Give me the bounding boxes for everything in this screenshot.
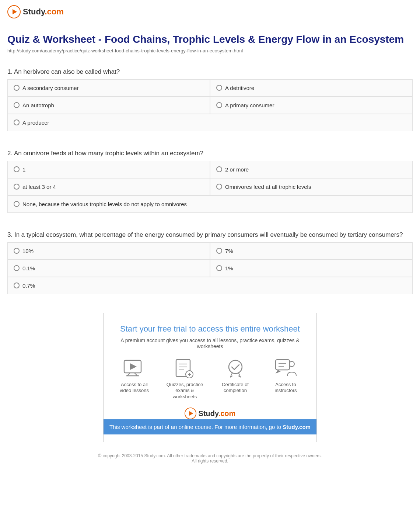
promo-subtitle: A premium account gives you access to al… xyxy=(115,337,305,349)
question-2-answers: 1 2 or more at least 3 or 4 Omnivores fe… xyxy=(7,161,413,213)
promo-box: Start your free trial to access this ent… xyxy=(103,313,317,443)
promo-studycom-logo: Study.com xyxy=(115,408,305,419)
promo-logo-icon xyxy=(185,408,196,419)
radio-q2-5[interactable] xyxy=(14,201,20,207)
answer-q3-4[interactable]: 1% xyxy=(210,260,413,277)
answer-q1-4-label: A primary consumer xyxy=(225,101,274,109)
radio-q2-3[interactable] xyxy=(14,184,20,190)
logo-text: Study.com xyxy=(23,7,64,17)
svg-point-14 xyxy=(229,360,242,374)
promo-title: Start your free trial to access this ent… xyxy=(115,324,305,334)
answer-q3-2[interactable]: 7% xyxy=(210,242,413,260)
answer-q1-2[interactable]: A detritivore xyxy=(210,79,413,97)
answer-q3-3[interactable]: 0.1% xyxy=(7,260,210,277)
header: Study.com xyxy=(7,0,413,22)
question-3-answers: 10% 7% 0.1% 1% 0.7% xyxy=(7,242,413,294)
answer-q1-1-label: A secondary consumer xyxy=(22,84,79,92)
answer-q2-5-label: None, because the various trophic levels… xyxy=(22,200,187,208)
answer-q1-2-label: A detritivore xyxy=(225,84,254,92)
question-1: 1. An herbivore can also be called what?… xyxy=(7,61,413,131)
feature-instructor: Access to instructors xyxy=(266,358,305,401)
promo-cta[interactable]: This worksheet is part of an online cour… xyxy=(104,419,316,434)
radio-q3-3[interactable] xyxy=(14,265,20,271)
feature-certificate: Certificate of completion xyxy=(216,358,255,401)
answer-q3-4-label: 1% xyxy=(225,264,233,272)
answer-q1-5[interactable]: A producer xyxy=(7,114,413,131)
radio-q3-1[interactable] xyxy=(14,248,20,254)
promo-cta-text: This worksheet is part of an online cour… xyxy=(109,424,283,430)
page-url: http://study.com/academy/practice/quiz-w… xyxy=(7,48,413,53)
radio-q2-1[interactable] xyxy=(14,166,20,172)
answer-q3-1[interactable]: 10% xyxy=(7,242,210,260)
footer-rights: All rights reserved. xyxy=(7,458,413,464)
answer-q2-1[interactable]: 1 xyxy=(7,161,210,178)
question-2: 2. An omnivore feeds at how many trophic… xyxy=(7,142,413,213)
radio-q1-4[interactable] xyxy=(216,102,222,108)
answer-q1-1[interactable]: A secondary consumer xyxy=(7,79,210,97)
radio-q1-2[interactable] xyxy=(216,85,222,91)
question-2-text: 2. An omnivore feeds at how many trophic… xyxy=(7,142,413,157)
radio-q1-5[interactable] xyxy=(14,119,20,125)
answer-q3-1-label: 10% xyxy=(22,247,34,255)
answer-q2-3-label: at least 3 or 4 xyxy=(22,183,56,191)
answer-q2-4-label: Omnivores feed at all trophic levels xyxy=(225,183,311,191)
feature-video: Access to all video lessons xyxy=(115,358,154,401)
answer-q2-2[interactable]: 2 or more xyxy=(210,161,413,178)
studycom-logo-icon xyxy=(7,5,21,18)
feature-video-label: Access to all video lessons xyxy=(115,382,154,394)
answer-q3-5-label: 0.7% xyxy=(22,282,35,290)
feature-quiz-label: Quizzes, practice exams & worksheets xyxy=(165,382,204,401)
radio-q3-2[interactable] xyxy=(216,248,222,254)
answer-q2-2-label: 2 or more xyxy=(225,166,249,173)
svg-marker-22 xyxy=(276,370,281,374)
radio-q2-2[interactable] xyxy=(216,166,222,172)
question-3-text: 3. In a typical ecosystem, what percenta… xyxy=(7,224,413,239)
radio-q2-4[interactable] xyxy=(216,184,222,190)
radio-q3-4[interactable] xyxy=(216,265,222,271)
answer-q3-5[interactable]: 0.7% xyxy=(7,277,413,294)
feature-instructor-label: Access to instructors xyxy=(266,382,305,394)
page-title: Quiz & Worksheet - Food Chains, Trophic … xyxy=(7,33,413,46)
questions-container: 1. An herbivore can also be called what?… xyxy=(7,61,413,294)
instructor-icon xyxy=(275,358,297,379)
radio-q1-3[interactable] xyxy=(14,102,20,108)
footer-copyright: © copyright 2003-2015 Study.com. All oth… xyxy=(7,453,413,458)
radio-q1-1[interactable] xyxy=(14,85,20,91)
answer-q2-4[interactable]: Omnivores feed at all trophic levels xyxy=(210,178,413,195)
logo[interactable]: Study.com xyxy=(7,5,413,18)
question-1-answers: A secondary consumer A detritivore An au… xyxy=(7,79,413,131)
answer-q3-3-label: 0.1% xyxy=(22,264,35,272)
answer-q2-5[interactable]: None, because the various trophic levels… xyxy=(7,195,413,213)
promo-logo-text: Study.com xyxy=(199,409,236,418)
video-icon xyxy=(123,358,146,379)
svg-rect-19 xyxy=(276,360,290,370)
answer-q1-5-label: A producer xyxy=(22,119,49,126)
quiz-icon xyxy=(174,358,196,379)
answer-q1-3-label: An autotroph xyxy=(22,101,54,109)
feature-quiz: Quizzes, practice exams & worksheets xyxy=(165,358,204,401)
svg-marker-3 xyxy=(130,363,137,370)
question-3: 3. In a typical ecosystem, what percenta… xyxy=(7,224,413,294)
answer-q1-4[interactable]: A primary consumer xyxy=(210,97,413,114)
promo-cta-link[interactable]: Study.com xyxy=(283,424,311,430)
promo-features: Access to all video lessons Quizzes, pra… xyxy=(115,358,305,401)
answer-q2-3[interactable]: at least 3 or 4 xyxy=(7,178,210,195)
answer-q3-2-label: 7% xyxy=(225,247,233,255)
answer-q1-3[interactable]: An autotroph xyxy=(7,97,210,114)
feature-certificate-label: Certificate of completion xyxy=(216,382,255,394)
answer-q2-1-label: 1 xyxy=(22,166,25,173)
footer: © copyright 2003-2015 Study.com. All oth… xyxy=(7,453,413,464)
certificate-icon xyxy=(224,358,246,379)
question-1-text: 1. An herbivore can also be called what? xyxy=(7,61,413,76)
radio-q3-5[interactable] xyxy=(14,283,20,288)
